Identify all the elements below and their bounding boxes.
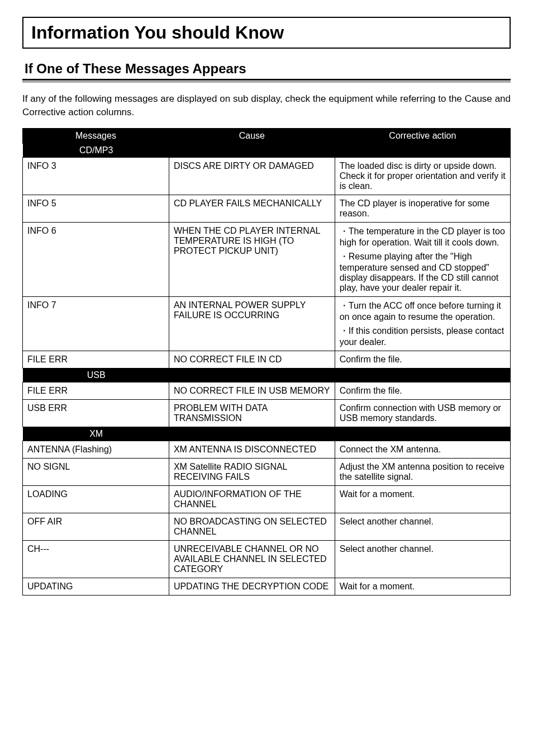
- section-label: USB: [23, 369, 169, 381]
- section-header-row: USB: [23, 368, 511, 382]
- table-row: INFO 7AN INTERNAL POWER SUPPLY FAILURE I…: [23, 296, 511, 351]
- table-row: FILE ERRNO CORRECT FILE IN CDConfirm the…: [23, 351, 511, 368]
- action-bullet: ・Resume playing after the "High temperat…: [340, 251, 506, 293]
- sub-heading-inner: If One of These Messages Appears: [22, 61, 511, 81]
- section-label: XM: [23, 428, 169, 440]
- section-bar: XM: [23, 427, 511, 441]
- messages-table: Messages Cause Corrective action CD/MP3I…: [22, 128, 511, 596]
- cell-action: Wait for a moment.: [335, 485, 510, 513]
- table-row: USB ERRPROBLEM WITH DATA TRANSMISSIONCon…: [23, 399, 511, 427]
- table-row: INFO 6WHEN THE CD PLAYER INTERNAL TEMPER…: [23, 222, 511, 296]
- section-header-cell: USB: [23, 368, 511, 382]
- table-row: CH---UNRECEIVABLE CHANNEL OR NO AVAILABL…: [23, 540, 511, 578]
- section-label-filler: [169, 144, 510, 157]
- section-header-row: CD/MP3: [23, 143, 511, 157]
- header-messages: Messages: [23, 128, 169, 143]
- cell-action: The CD player is inoperative for some re…: [335, 195, 510, 222]
- cell-action: Wait for a moment.: [335, 578, 510, 595]
- table-row: OFF AIRNO BROADCASTING ON SELECTED CHANN…: [23, 513, 511, 540]
- header-action: Corrective action: [335, 128, 510, 143]
- intro-paragraph: If any of the following messages are dis…: [22, 92, 511, 119]
- cell-cause: UNRECEIVABLE CHANNEL OR NO AVAILABLE CHA…: [169, 540, 335, 578]
- section-header-cell: XM: [23, 427, 511, 441]
- cell-cause: AN INTERNAL POWER SUPPLY FAILURE IS OCCU…: [169, 296, 335, 351]
- table-row: UPDATINGUPDATING THE DECRYPTION CODEWait…: [23, 578, 511, 595]
- cell-action: Confirm the file.: [335, 382, 510, 399]
- table-row: NO SIGNLXM Satellite RADIO SIGNAL RECEIV…: [23, 458, 511, 485]
- table-row: INFO 3DISCS ARE DIRTY OR DAMAGEDThe load…: [23, 157, 511, 195]
- sub-heading: If One of These Messages Appears: [22, 61, 511, 77]
- cell-cause: UPDATING THE DECRYPTION CODE: [169, 578, 335, 595]
- header-cause: Cause: [169, 128, 335, 143]
- cell-action: Confirm the file.: [335, 351, 510, 368]
- cell-message: FILE ERR: [23, 382, 169, 399]
- cell-action: Select another channel.: [335, 540, 510, 578]
- cell-message: UPDATING: [23, 578, 169, 595]
- cell-cause: XM ANTENNA IS DISCONNECTED: [169, 441, 335, 458]
- cell-message: INFO 3: [23, 157, 169, 195]
- table-row: INFO 5CD PLAYER FAILS MECHANICALLYThe CD…: [23, 195, 511, 222]
- cell-message: NO SIGNL: [23, 458, 169, 485]
- cell-action: Select another channel.: [335, 513, 510, 540]
- cell-message: LOADING: [23, 485, 169, 513]
- table-body: CD/MP3INFO 3DISCS ARE DIRTY OR DAMAGEDTh…: [23, 143, 511, 595]
- cell-action: The loaded disc is dirty or upside down.…: [335, 157, 510, 195]
- cell-cause: XM Satellite RADIO SIGNAL RECEIVING FAIL…: [169, 458, 335, 485]
- main-title-box: Information You should Know: [22, 17, 511, 49]
- sub-heading-wrap: If One of These Messages Appears: [22, 61, 511, 82]
- cell-cause: NO CORRECT FILE IN USB MEMORY: [169, 382, 335, 399]
- cell-message: INFO 6: [23, 222, 169, 296]
- section-header-cell: CD/MP3: [23, 143, 511, 157]
- cell-cause: DISCS ARE DIRTY OR DAMAGED: [169, 157, 335, 195]
- section-bar: USB: [23, 368, 511, 382]
- cell-cause: NO CORRECT FILE IN CD: [169, 351, 335, 368]
- cell-action: Connect the XM antenna.: [335, 441, 510, 458]
- cell-message: FILE ERR: [23, 351, 169, 368]
- cell-message: CH---: [23, 540, 169, 578]
- cell-cause: NO BROADCASTING ON SELECTED CHANNEL: [169, 513, 335, 540]
- section-label: CD/MP3: [23, 144, 169, 157]
- cell-cause: PROBLEM WITH DATA TRANSMISSION: [169, 399, 335, 427]
- cell-message: INFO 7: [23, 296, 169, 351]
- cell-message: ANTENNA (Flashing): [23, 441, 169, 458]
- table-row: ANTENNA (Flashing)XM ANTENNA IS DISCONNE…: [23, 441, 511, 458]
- section-label-filler: [169, 428, 510, 440]
- cell-cause: CD PLAYER FAILS MECHANICALLY: [169, 195, 335, 222]
- cell-action: ・The temperature in the CD player is too…: [335, 222, 510, 296]
- section-header-row: XM: [23, 427, 511, 441]
- cell-action: Adjust the XM antenna position to receiv…: [335, 458, 510, 485]
- table-row: LOADINGAUDIO/INFORMATION OF THE CHANNELW…: [23, 485, 511, 513]
- cell-message: INFO 5: [23, 195, 169, 222]
- cell-message: OFF AIR: [23, 513, 169, 540]
- section-label-filler: [169, 369, 510, 381]
- action-bullet: ・The temperature in the CD player is too…: [340, 226, 506, 248]
- cell-cause: AUDIO/INFORMATION OF THE CHANNEL: [169, 485, 335, 513]
- cell-action: Confirm connection with USB memory or US…: [335, 399, 510, 427]
- table-header: Messages Cause Corrective action: [23, 128, 511, 143]
- action-bullet: ・If this condition persists, please cont…: [340, 325, 506, 347]
- main-title: Information You should Know: [31, 22, 502, 43]
- cell-action: ・Turn the ACC off once before turning it…: [335, 296, 510, 351]
- cell-cause: WHEN THE CD PLAYER INTERNAL TEMPERATURE …: [169, 222, 335, 296]
- section-bar: CD/MP3: [23, 144, 511, 157]
- cell-message: USB ERR: [23, 399, 169, 427]
- table-row: FILE ERRNO CORRECT FILE IN USB MEMORYCon…: [23, 382, 511, 399]
- action-bullet: ・Turn the ACC off once before turning it…: [340, 300, 506, 322]
